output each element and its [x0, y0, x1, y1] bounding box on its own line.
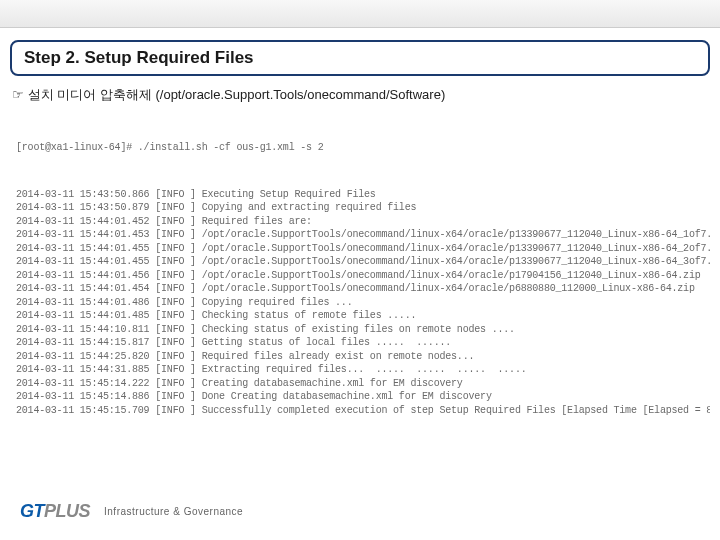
log-line: 2014-03-11 15:45:14.222 [INFO ] Creating… — [16, 377, 704, 391]
log-line: 2014-03-11 15:44:01.454 [INFO ] /opt/ora… — [16, 282, 704, 296]
log-line: 2014-03-11 15:43:50.866 [INFO ] Executin… — [16, 188, 704, 202]
window-top-bar — [0, 0, 720, 28]
log-line: 2014-03-11 15:44:15.817 [INFO ] Getting … — [16, 336, 704, 350]
log-line: 2014-03-11 15:44:10.811 [INFO ] Checking… — [16, 323, 704, 337]
log-line: 2014-03-11 15:44:01.453 [INFO ] /opt/ora… — [16, 228, 704, 242]
logo-plus: PLUS — [44, 501, 90, 521]
footer: GTPLUS Infrastructure & Governance — [20, 501, 720, 522]
log-line: 2014-03-11 15:45:14.886 [INFO ] Done Cre… — [16, 390, 704, 404]
log-line: 2014-03-11 15:44:25.820 [INFO ] Required… — [16, 350, 704, 364]
log-line: 2014-03-11 15:44:01.455 [INFO ] /opt/ora… — [16, 242, 704, 256]
footer-tagline: Infrastructure & Governance — [104, 506, 243, 517]
terminal-output: [root@xa1-linux-64]# ./install.sh -cf ou… — [10, 110, 710, 435]
subtitle-row: ☞ 설치 미디어 압축해제 (/opt/oracle.Support.Tools… — [12, 86, 708, 104]
terminal-log-lines: 2014-03-11 15:43:50.866 [INFO ] Executin… — [16, 188, 704, 418]
subtitle-text: 설치 미디어 압축해제 (/opt/oracle.Support.Tools/o… — [28, 87, 446, 102]
step-title: Step 2. Setup Required Files — [24, 48, 254, 67]
log-line: 2014-03-11 15:43:50.879 [INFO ] Copying … — [16, 201, 704, 215]
log-line: 2014-03-11 15:44:01.485 [INFO ] Checking… — [16, 309, 704, 323]
terminal-prompt: [root@xa1-linux-64]# ./install.sh -cf ou… — [16, 141, 704, 155]
log-line: 2014-03-11 15:44:01.456 [INFO ] /opt/ora… — [16, 269, 704, 283]
log-line: 2014-03-11 15:44:31.885 [INFO ] Extracti… — [16, 363, 704, 377]
log-line: 2014-03-11 15:44:01.452 [INFO ] Required… — [16, 215, 704, 229]
logo: GTPLUS — [20, 501, 90, 522]
step-header: Step 2. Setup Required Files — [10, 40, 710, 76]
logo-gt: GT — [20, 501, 44, 521]
pointer-icon: ☞ — [12, 87, 24, 102]
log-line: 2014-03-11 15:44:01.455 [INFO ] /opt/ora… — [16, 255, 704, 269]
log-line: 2014-03-11 15:45:15.709 [INFO ] Successf… — [16, 404, 704, 418]
log-line: 2014-03-11 15:44:01.486 [INFO ] Copying … — [16, 296, 704, 310]
